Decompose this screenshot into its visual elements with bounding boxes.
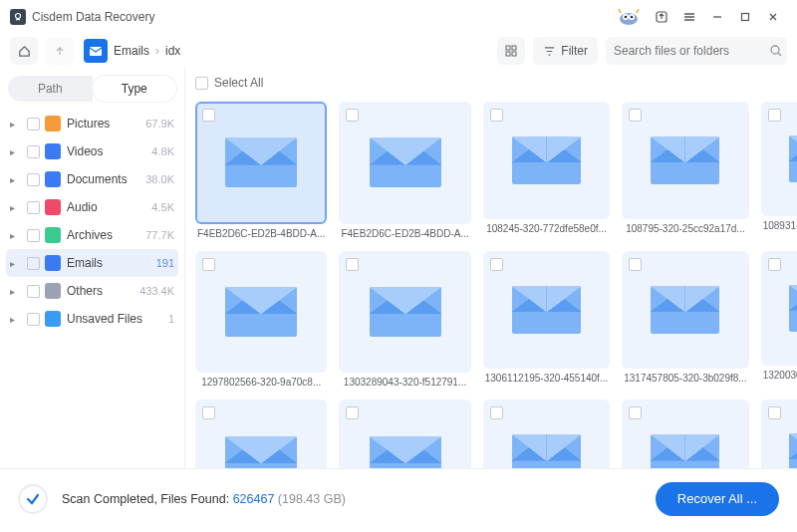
file-thumbnail[interactable] [622, 399, 748, 468]
file-thumbnail[interactable] [339, 102, 470, 224]
view-grid-button[interactable] [497, 37, 525, 65]
file-card[interactable] [622, 399, 748, 468]
status-footer: Scan Completed, Files Found: 626467 (198… [0, 468, 797, 528]
app-title: Cisdem Data Recovery [32, 10, 154, 24]
file-card[interactable]: 1320030852-320-231924... [761, 251, 797, 391]
chevron-right-icon: › [155, 44, 159, 58]
file-card[interactable]: F4EB2D6C-ED2B-4BDD-A... [339, 102, 470, 241]
expand-icon[interactable]: ▸ [10, 314, 22, 325]
sidebar-item-documents[interactable]: ▸Documents38.0K [6, 165, 178, 193]
file-checkbox[interactable] [768, 109, 781, 122]
file-card[interactable]: 1297802566-320-9a70c8... [195, 251, 327, 391]
file-checkbox[interactable] [629, 258, 642, 271]
file-card[interactable]: F4EB2D6C-ED2B-4BDD-A... [195, 102, 327, 241]
file-card[interactable] [195, 399, 327, 468]
sidebar-checkbox[interactable] [27, 145, 40, 158]
email-icon [370, 287, 441, 337]
select-all-row[interactable]: Select All [185, 68, 797, 94]
file-card[interactable]: 1303289043-320-f512791... [339, 251, 470, 391]
file-checkbox[interactable] [629, 109, 642, 122]
file-thumbnail[interactable] [339, 399, 470, 468]
file-thumbnail[interactable] [195, 251, 327, 374]
status-files-count: 626467 [233, 492, 275, 506]
file-card[interactable] [483, 399, 610, 468]
minimize-button[interactable] [703, 3, 731, 31]
search-input[interactable] [614, 44, 763, 58]
sidebar-item-pictures[interactable]: ▸Pictures67.9K [6, 110, 178, 137]
file-checkbox[interactable] [346, 258, 359, 271]
sidebar-item-audio[interactable]: ▸Audio4.5K [6, 193, 178, 221]
svg-point-13 [771, 46, 779, 54]
expand-icon[interactable]: ▸ [10, 286, 22, 297]
sidebar-item-emails[interactable]: ▸Emails191 [6, 249, 178, 277]
sidebar-checkbox[interactable] [27, 229, 40, 242]
breadcrumb-seg-emails[interactable]: Emails [114, 44, 149, 58]
maximize-button[interactable] [731, 3, 759, 31]
status-text: Scan Completed, Files Found: 626467 (198… [62, 492, 346, 506]
file-card[interactable]: 108931-320-141ea9074d... [761, 102, 797, 241]
sidebar-item-others[interactable]: ▸Others433.4K [6, 277, 178, 305]
home-button[interactable] [10, 37, 38, 65]
sidebar-checkbox[interactable] [27, 257, 40, 270]
file-thumbnail[interactable] [761, 102, 797, 216]
file-thumbnail[interactable] [195, 102, 327, 224]
file-card[interactable]: 1306112195-320-455140f... [483, 251, 610, 391]
sidebar-checkbox[interactable] [27, 118, 40, 131]
expand-icon[interactable]: ▸ [10, 119, 22, 130]
file-checkbox[interactable] [346, 109, 359, 122]
file-thumbnail[interactable] [622, 251, 748, 369]
updates-button[interactable] [648, 3, 675, 31]
sidebar-item-videos[interactable]: ▸Videos4.8K [6, 137, 178, 165]
file-thumbnail[interactable] [483, 102, 610, 219]
file-card[interactable]: 108245-320-772dfe58e0f... [483, 102, 610, 241]
tab-path[interactable]: Path [8, 76, 93, 102]
sidebar-item-archives[interactable]: ▸Archives77.7K [6, 221, 178, 249]
up-button[interactable] [46, 37, 74, 65]
close-button[interactable] [759, 3, 787, 31]
expand-icon[interactable]: ▸ [10, 174, 22, 185]
file-thumbnail[interactable] [195, 399, 327, 468]
file-checkbox[interactable] [346, 406, 359, 419]
file-grid[interactable]: F4EB2D6C-ED2B-4BDD-A...F4EB2D6C-ED2B-4BD… [185, 94, 797, 468]
recover-all-button[interactable]: Recover All ... [656, 482, 779, 516]
file-card[interactable]: 108795-320-25cc92a17d... [622, 102, 748, 241]
file-checkbox[interactable] [490, 258, 503, 271]
expand-icon[interactable]: ▸ [10, 230, 22, 241]
sidebar-checkbox[interactable] [27, 313, 40, 326]
file-checkbox[interactable] [490, 109, 503, 122]
select-all-checkbox[interactable] [195, 77, 208, 90]
file-card[interactable] [339, 399, 470, 468]
file-checkbox[interactable] [202, 406, 215, 419]
file-thumbnail[interactable] [761, 251, 797, 366]
filter-button[interactable]: Filter [533, 37, 598, 65]
file-card[interactable]: 1317457805-320-3b029f8... [622, 251, 748, 391]
file-thumbnail[interactable] [339, 251, 470, 374]
sidebar-item-unsaved-files[interactable]: ▸Unsaved Files1 [6, 305, 178, 333]
breadcrumb-seg-idx[interactable]: idx [165, 44, 180, 58]
expand-icon[interactable]: ▸ [10, 258, 22, 269]
svg-rect-9 [506, 46, 510, 50]
sidebar-item-count: 1 [168, 313, 174, 325]
file-checkbox[interactable] [768, 406, 781, 419]
file-checkbox[interactable] [629, 406, 642, 419]
file-checkbox[interactable] [202, 109, 215, 122]
sidebar-checkbox[interactable] [27, 285, 40, 298]
sidebar-checkbox[interactable] [27, 201, 40, 214]
tab-type[interactable]: Type [93, 76, 177, 102]
sidebar-item-count: 433.4K [139, 285, 174, 297]
expand-icon[interactable]: ▸ [10, 202, 22, 213]
file-thumbnail[interactable] [483, 251, 610, 369]
search-box[interactable] [606, 37, 787, 65]
menu-button[interactable] [675, 3, 703, 31]
file-thumbnail[interactable] [761, 399, 797, 468]
expand-icon[interactable]: ▸ [10, 146, 22, 157]
svg-rect-11 [506, 52, 510, 56]
file-checkbox[interactable] [202, 258, 215, 271]
file-thumbnail[interactable] [622, 102, 748, 219]
category-icon [45, 255, 61, 271]
file-checkbox[interactable] [768, 258, 781, 271]
file-checkbox[interactable] [490, 406, 503, 419]
file-thumbnail[interactable] [483, 399, 610, 468]
sidebar-checkbox[interactable] [27, 173, 40, 186]
file-card[interactable] [761, 399, 797, 468]
